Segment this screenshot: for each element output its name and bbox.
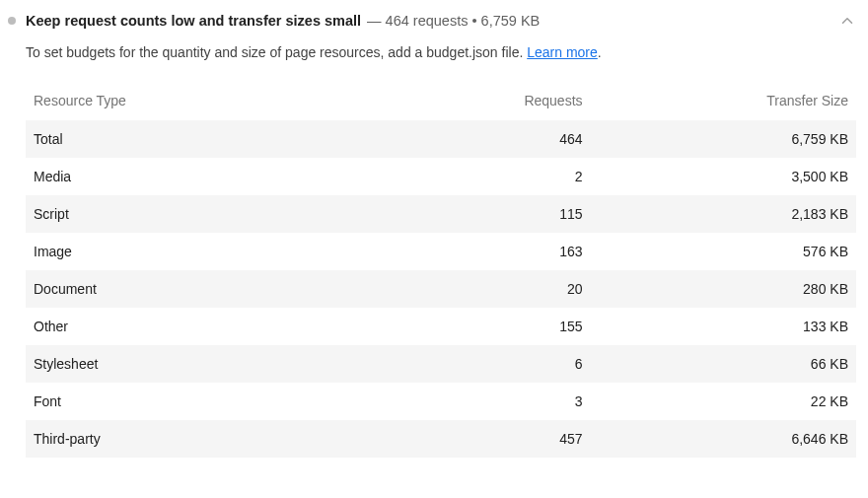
cell-transfer-size: 3,500 KB	[591, 158, 856, 195]
audit-item: Keep request counts low and transfer siz…	[0, 0, 868, 467]
cell-requests: 3	[441, 383, 591, 420]
audit-description: To set budgets for the quantity and size…	[0, 30, 868, 69]
cell-resource-type: Font	[26, 383, 441, 420]
cell-resource-type: Total	[26, 120, 441, 158]
cell-transfer-size: 133 KB	[591, 308, 856, 345]
cell-resource-type: Image	[26, 233, 441, 270]
summary-text: 464 requests • 6,759 KB	[386, 13, 541, 29]
description-suffix: .	[598, 44, 602, 60]
audit-summary: — 464 requests • 6,759 KB	[367, 13, 540, 29]
cell-requests: 457	[441, 420, 591, 458]
cell-requests: 115	[441, 195, 591, 233]
learn-more-link[interactable]: Learn more	[527, 44, 598, 60]
summary-separator: —	[367, 13, 386, 29]
cell-requests: 20	[441, 270, 591, 308]
description-text: To set budgets for the quantity and size…	[26, 44, 527, 60]
status-dot-neutral-icon	[8, 17, 16, 25]
cell-resource-type: Document	[26, 270, 441, 308]
table-row: Document20280 KB	[26, 270, 856, 308]
cell-requests: 163	[441, 233, 591, 270]
cell-resource-type: Stylesheet	[26, 345, 441, 383]
cell-requests: 464	[441, 120, 591, 158]
table-row: Other155133 KB	[26, 308, 856, 345]
cell-resource-type: Other	[26, 308, 441, 345]
cell-transfer-size: 576 KB	[591, 233, 856, 270]
table-row: Stylesheet666 KB	[26, 345, 856, 383]
cell-transfer-size: 6,646 KB	[591, 420, 856, 458]
chevron-up-icon[interactable]	[838, 12, 856, 30]
table-row: Font322 KB	[26, 383, 856, 420]
cell-resource-type: Media	[26, 158, 441, 195]
cell-transfer-size: 2,183 KB	[591, 195, 856, 233]
col-header-resource-type: Resource Type	[26, 83, 441, 120]
cell-resource-type: Script	[26, 195, 441, 233]
audit-header[interactable]: Keep request counts low and transfer siz…	[0, 12, 868, 30]
cell-transfer-size: 66 KB	[591, 345, 856, 383]
cell-transfer-size: 22 KB	[591, 383, 856, 420]
cell-transfer-size: 280 KB	[591, 270, 856, 308]
table-row: Image163576 KB	[26, 233, 856, 270]
table-row: Script1152,183 KB	[26, 195, 856, 233]
cell-requests: 2	[441, 158, 591, 195]
cell-requests: 155	[441, 308, 591, 345]
cell-requests: 6	[441, 345, 591, 383]
col-header-requests: Requests	[441, 83, 591, 120]
col-header-transfer-size: Transfer Size	[591, 83, 856, 120]
audit-title: Keep request counts low and transfer siz…	[26, 13, 361, 29]
table-row: Total4646,759 KB	[26, 120, 856, 158]
table-row: Third-party4576,646 KB	[26, 420, 856, 458]
resource-table: Resource Type Requests Transfer Size Tot…	[26, 83, 856, 458]
cell-resource-type: Third-party	[26, 420, 441, 458]
cell-transfer-size: 6,759 KB	[591, 120, 856, 158]
table-row: Media23,500 KB	[26, 158, 856, 195]
table-header-row: Resource Type Requests Transfer Size	[26, 83, 856, 120]
resource-table-wrap: Resource Type Requests Transfer Size Tot…	[0, 69, 868, 467]
